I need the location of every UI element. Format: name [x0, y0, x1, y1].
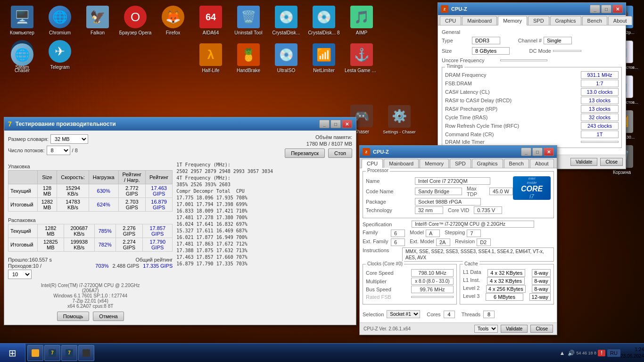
taskbar-media[interactable]	[78, 345, 94, 361]
desktop-icon-supermium[interactable]: 🌐 Chaser	[4, 41, 41, 75]
stop-btn[interactable]: Стоп	[328, 148, 352, 158]
7zip-maximize[interactable]: □	[330, 120, 341, 128]
instructions-row: Instructions MMX, SSE, SSE2, SSE3, SSSE3…	[363, 247, 554, 262]
pack-current-rload: 2.772 GIPS	[118, 184, 145, 198]
cpuz-memory-titlebar[interactable]: Z CPU-Z _ □ ✕	[438, 3, 626, 15]
taskbar-explorer[interactable]	[27, 345, 43, 361]
desktop-icon-aida64[interactable]: 64 AIDA64	[192, 4, 229, 37]
cpuz-tab-graphics-front[interactable]: Graphics	[472, 159, 503, 168]
cpuz-cpu-titlebar[interactable]: Z CPU-Z _ □ ✕	[360, 146, 557, 158]
tras-value: 32 clocks	[581, 114, 619, 121]
start-button[interactable]: ⊞	[0, 344, 25, 362]
cpuz-cpu-maximize[interactable]: □	[532, 148, 543, 156]
cpuz-logo-front: Z	[363, 148, 370, 156]
desktop-icon-opera[interactable]: O Браузер Opera	[117, 4, 154, 37]
desktop-icon-falkon[interactable]: 🦅 Falkon	[79, 4, 116, 37]
cpuz-memory-minimize[interactable]: _	[590, 5, 600, 13]
taskbar-clock: 1:24 23.06.2024	[620, 346, 644, 360]
tools-select[interactable]: Tools	[474, 325, 498, 333]
cpuz-tab-bench-back[interactable]: Bench	[582, 16, 607, 25]
cl-value: 13.0 clocks	[581, 88, 619, 96]
instr-label: Instructions	[363, 247, 400, 262]
desktop-icon-halflife[interactable]: λ Half-Life	[192, 41, 229, 75]
cpuz-tab-mainboard-back[interactable]: Mainboard	[462, 16, 497, 25]
desktop-icon-handbrake[interactable]: 🍍 HandBrake	[230, 41, 267, 75]
7zip-titlebar[interactable]: 7 Тестирование производительности _ □ ✕	[4, 117, 356, 131]
cpuz-tab-graphics-back[interactable]: Graphics	[550, 16, 581, 25]
desktop-icon-lesta[interactable]: ⚓ Lesta Game Center	[343, 41, 380, 75]
netlimiter-icon: 📶	[313, 43, 335, 66]
ultraiso-label: UltraISO	[277, 68, 295, 73]
taskbar-language[interactable]: RU	[607, 349, 620, 357]
chromium-label: Chromium	[49, 30, 71, 35]
col-type	[8, 171, 38, 184]
ext-family-label: Ext. Family	[363, 239, 389, 246]
spec-row: Specification Intel® Core™ i7-2720QM CPU…	[363, 221, 554, 228]
selection-select[interactable]: Socket #1	[387, 310, 420, 318]
l3-value: 6 MBytes	[486, 293, 523, 301]
taskbar: ⊞ 7 7 ▲ 🔊 54 46 18 8 ! RU 1:24 23.06.202	[0, 343, 644, 362]
dict-select[interactable]: 32 MB	[50, 134, 88, 144]
notification-area: ▲ 🔊 54 46 18 8 !	[557, 349, 608, 357]
7zip-controls[interactable]: _ □ ✕	[319, 120, 352, 128]
desktop-icon-settings-chaser[interactable]: ⚙️ Settings - Chaser	[381, 103, 418, 136]
idle-value	[581, 141, 619, 143]
cpuz-tab-bench-front[interactable]: Bench	[504, 159, 529, 168]
cpuz-tab-spd-front[interactable]: SPD	[450, 159, 471, 168]
cpuz-cpu-close[interactable]: ✕	[544, 148, 554, 156]
passes-select[interactable]: 10	[8, 270, 32, 279]
help-btn[interactable]: Помощь	[57, 312, 90, 321]
cpuz-tab-spd-back[interactable]: SPD	[528, 16, 549, 25]
cpuz-tab-cpu-back[interactable]: CPU	[440, 16, 461, 25]
validate-btn-back[interactable]: Validate	[570, 158, 597, 166]
desktop-icon-netlimiter[interactable]: 📶 NetLimiter	[305, 41, 342, 75]
threads-select[interactable]: 8	[47, 146, 70, 155]
cpuz-cpu-controls[interactable]: _ □ ✕	[521, 148, 554, 156]
rated-fsb-label: Rated FSB	[366, 294, 391, 300]
clock-date: 23.06.2024	[620, 353, 644, 360]
cpuz-memory-maximize[interactable]: □	[601, 5, 611, 13]
cpuz-tab-memory-back[interactable]: Memory	[498, 16, 527, 25]
validate-btn-front[interactable]: Validate	[501, 325, 528, 333]
l3-row: Level 3 6 MBytes 12-way	[463, 293, 551, 301]
crystal1-label: CrystalDisk...	[272, 30, 300, 35]
stepping-label: Stepping	[445, 230, 465, 237]
progress-section: Прошло: 160.557 s Общий рейтинг Проходов…	[8, 254, 173, 279]
unpack-current-rating: 17.857 GIPS	[143, 224, 173, 238]
desktop-icon-crystal2[interactable]: 💿 CrystalDisk... 8	[305, 4, 342, 37]
mem-restart-area: Объём памяти: 1780 MB / 8107 MB Перезапу…	[285, 134, 352, 158]
cpuz-tab-mainboard-front[interactable]: Mainboard	[384, 159, 419, 168]
cpuz-tab-about-front[interactable]: About	[530, 159, 554, 168]
left-panel: Упаковка Size Скорость: Нагрузка Рейтинг…	[8, 162, 173, 321]
7zip-icon: 7	[8, 120, 12, 128]
cpuz-cpu-minimize[interactable]: _	[521, 148, 531, 156]
taskbar-7zip-2[interactable]: 7	[61, 345, 77, 361]
clocks-section: Clocks (Core #0) Core Speed 798.10 MHz M…	[363, 264, 457, 304]
cpuz-tab-about-back[interactable]: About	[608, 16, 632, 25]
cpuz-memory-close[interactable]: ✕	[612, 5, 623, 13]
desktop-icon-chromium[interactable]: 🌐 Chromium	[41, 4, 78, 37]
taskbar-7zip-1[interactable]: 7	[44, 345, 60, 361]
explorer-icon	[32, 349, 39, 357]
desktop-icon-komputer[interactable]: 🖥️ Компьютер	[4, 4, 41, 37]
cpuz-tab-memory-front[interactable]: Memory	[420, 159, 449, 168]
cpuz-memory-controls[interactable]: _ □ ✕	[590, 5, 623, 13]
dram-freq-value: 931.1 MHz	[581, 71, 619, 79]
cancel-btn[interactable]: Отмена	[93, 312, 124, 321]
close-btn-front[interactable]: Close	[530, 325, 553, 333]
cpuz-tab-cpu-front[interactable]: CPU	[362, 159, 383, 168]
desktop-icon-aimp[interactable]: 🎵 AIMP	[343, 4, 380, 37]
media-taskbar-icon	[83, 349, 90, 357]
l1data-label: L1 Data	[463, 269, 481, 277]
l2-way: 8-way	[532, 285, 551, 293]
desktop-icon-uninstall[interactable]: 🗑️ Uninstall Tool	[230, 4, 267, 37]
desktop-icon-ultraiso[interactable]: 💿 UltraISO	[268, 41, 305, 75]
7zip-minimize[interactable]: _	[319, 120, 330, 128]
7zip-close[interactable]: ✕	[342, 120, 352, 128]
restart-btn[interactable]: Перезапуск	[285, 148, 325, 158]
desktop-icon-firefox[interactable]: 🦊 Firefox	[155, 4, 191, 37]
mem-value: 1780 MB / 8107 MB	[285, 141, 352, 147]
desktop-icon-crystal1[interactable]: 💿 CrystalDisk...	[268, 4, 305, 37]
close-btn-back[interactable]: Close	[600, 158, 623, 166]
codename-row: Code Name Sandy Bridge Max TDP 45.0 W	[366, 186, 513, 197]
